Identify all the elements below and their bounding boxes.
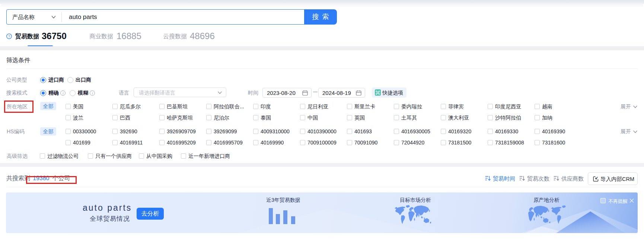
svg-text:?: ? xyxy=(8,34,10,38)
